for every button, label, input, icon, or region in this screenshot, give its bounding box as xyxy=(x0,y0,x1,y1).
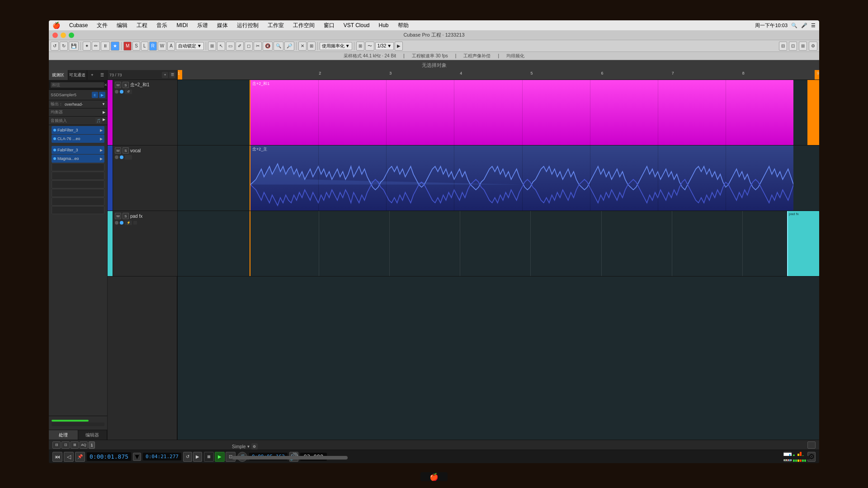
position-menu[interactable]: ▼ xyxy=(133,453,141,461)
output-dropdown-icon[interactable]: ▼ xyxy=(102,102,105,106)
eq-expand-icon[interactable]: ▶ xyxy=(103,110,105,114)
loop-btn-2[interactable]: ▶ xyxy=(193,452,202,462)
mode-l[interactable]: L xyxy=(141,42,148,51)
menubar-menu-icon[interactable]: ☰ xyxy=(811,23,816,28)
snap-btn[interactable]: ⊞ xyxy=(208,42,216,51)
track1-ctrl-2[interactable] xyxy=(120,90,123,94)
inspector-tab-visible[interactable]: 可见通道 xyxy=(68,70,88,80)
h-scrollbar-thumb[interactable] xyxy=(232,456,348,460)
pause-tool[interactable]: ⏸ xyxy=(101,42,110,51)
zoom-out[interactable]: 🔎 xyxy=(284,42,294,51)
empty-track-area[interactable] xyxy=(108,277,819,440)
mute-tool[interactable]: 🔇 xyxy=(263,42,273,51)
track1-loop-btn[interactable]: ↺ xyxy=(125,89,132,94)
quantize-search[interactable]: ⊞ xyxy=(356,42,364,51)
bottom-tab-editor[interactable]: 编辑器 xyxy=(78,430,108,440)
mode-btn-4[interactable]: AQ xyxy=(80,441,88,449)
plugin-arrow[interactable]: ▶ xyxy=(99,92,105,98)
undo-button[interactable]: ↺ xyxy=(51,42,59,51)
track1-ctrl-1[interactable] xyxy=(115,90,118,94)
mode-btn-3[interactable]: ⊞ xyxy=(71,441,79,449)
track3-m-btn[interactable]: M xyxy=(115,213,121,219)
pencil-tool[interactable]: ✏ xyxy=(92,42,100,51)
audio-insert-expand[interactable]: ▶ xyxy=(103,117,105,124)
menu-media[interactable]: 媒体 xyxy=(215,22,230,29)
insert-arrow-2[interactable]: ▶ xyxy=(100,137,103,141)
menubar-search-icon[interactable]: 🔍 xyxy=(791,23,797,28)
menu-audio[interactable]: 音乐 xyxy=(155,22,169,29)
clip-padfx-1[interactable]: pad fx xyxy=(787,211,819,276)
menu-midi[interactable]: MIDI xyxy=(175,22,189,28)
insert-arrow-1[interactable]: ▶ xyxy=(100,128,103,132)
track2-ctrl-1[interactable] xyxy=(115,155,118,159)
quantize-dropdown[interactable]: 1/32 ▼ xyxy=(375,42,394,50)
view-btn-1[interactable]: ⊟ xyxy=(779,42,787,51)
inspector-tab-tracks[interactable]: 观测区 xyxy=(49,70,68,80)
clip-vocal-1[interactable]: 念+2_主 xyxy=(250,145,793,211)
select-rect[interactable]: ▭ xyxy=(226,42,235,51)
track3-s-btn[interactable]: S xyxy=(123,213,129,219)
loop-btn-1[interactable]: ↺ xyxy=(183,452,192,462)
insert-cla76[interactable]: CLA-76 ...eo ▶ xyxy=(52,135,104,143)
save-button[interactable]: 💾 xyxy=(69,42,79,51)
mode-btn-1[interactable]: ⊟ xyxy=(52,441,61,449)
inspector-plus[interactable]: + xyxy=(87,70,97,80)
settings-btn[interactable]: ⚙ xyxy=(809,42,817,51)
zoom-in[interactable]: 🔍 xyxy=(274,42,283,51)
mode-w[interactable]: W xyxy=(158,42,166,51)
menu-project[interactable]: 工程 xyxy=(135,22,149,29)
normalize-dropdown[interactable]: 使用频率化 ▼ xyxy=(320,42,352,50)
transport-duration[interactable]: 0:04:21.277 xyxy=(143,453,181,460)
mode-settings[interactable]: ⚙ xyxy=(251,443,258,450)
track-lane-3[interactable]: pad fx xyxy=(178,211,819,276)
menu-score[interactable]: 乐谱 xyxy=(195,22,210,29)
waveform-btn[interactable]: 〜 xyxy=(365,42,374,51)
track-lane-1[interactable]: 念+2_和1 xyxy=(178,80,819,145)
eraser-tool[interactable]: ◻ xyxy=(245,42,253,51)
view-btn-3[interactable]: ⊞ xyxy=(799,42,807,51)
cursor-tool[interactable]: ✦ xyxy=(83,42,91,51)
h-scrollbar-track[interactable] xyxy=(232,456,810,460)
mode-count[interactable]: 1 xyxy=(89,441,95,449)
close-button[interactable] xyxy=(52,33,58,38)
minimize-button[interactable] xyxy=(61,33,66,38)
plugin-e-btn[interactable]: E xyxy=(92,92,98,98)
insert-arrow-3[interactable]: ▶ xyxy=(100,148,103,152)
insert-empty-1[interactable] xyxy=(52,163,104,171)
insert-empty-5[interactable] xyxy=(52,197,104,206)
menu-studio[interactable]: 工作室 xyxy=(266,22,286,29)
star-tool[interactable]: ★ xyxy=(111,42,119,51)
insert-empty-3[interactable] xyxy=(52,180,104,188)
quantize-arrow[interactable]: ▶ xyxy=(395,42,403,51)
empty-arrangement[interactable] xyxy=(178,277,819,440)
menu-hub[interactable]: Hub xyxy=(377,22,391,28)
mode-r[interactable]: R xyxy=(149,42,157,51)
track2-ctrl-2[interactable] xyxy=(120,155,123,159)
maximize-button[interactable] xyxy=(69,33,74,38)
menu-file[interactable]: 文件 xyxy=(95,22,109,29)
menu-vstcloud[interactable]: VST Cloud xyxy=(342,22,372,28)
apple-menu[interactable]: 🍎 xyxy=(52,22,60,29)
menu-window[interactable]: 窗口 xyxy=(322,22,336,29)
play-btn[interactable]: ▶ xyxy=(215,452,225,462)
mode-btn-2[interactable]: ⊡ xyxy=(61,441,70,449)
insert-empty-6[interactable] xyxy=(52,206,104,214)
transport-rewind[interactable]: ⏮ xyxy=(52,452,62,462)
split-tool[interactable]: ✂ xyxy=(254,42,262,51)
menu-cubase[interactable]: Cubase xyxy=(67,22,90,28)
menu-workspace[interactable]: 工作空间 xyxy=(291,22,316,29)
cursor-arrow[interactable]: ↖ xyxy=(217,42,225,51)
track3-ctrl-1[interactable] xyxy=(115,221,118,225)
stop-btn[interactable]: ⏹ xyxy=(204,452,214,462)
auto-lock-dropdown[interactable]: 自动锁定 ▼ xyxy=(176,42,204,50)
transport-snap[interactable]: 📌 xyxy=(75,452,85,462)
insert-fabfilter-1[interactable]: FabFilter_3 ▶ xyxy=(52,126,104,134)
bottom-tab-process[interactable]: 处理 xyxy=(49,430,78,440)
audio-insert-icon[interactable]: 🎵 xyxy=(95,117,102,124)
track3-loop-btn[interactable]: ⚡ xyxy=(125,221,132,225)
track1-s-btn[interactable]: S xyxy=(123,82,129,88)
insert-empty-2[interactable] xyxy=(52,172,104,180)
track2-m-btn[interactable]: M xyxy=(115,147,121,154)
track1-m-btn[interactable]: M xyxy=(115,82,121,88)
mode-m[interactable]: M xyxy=(123,42,132,51)
